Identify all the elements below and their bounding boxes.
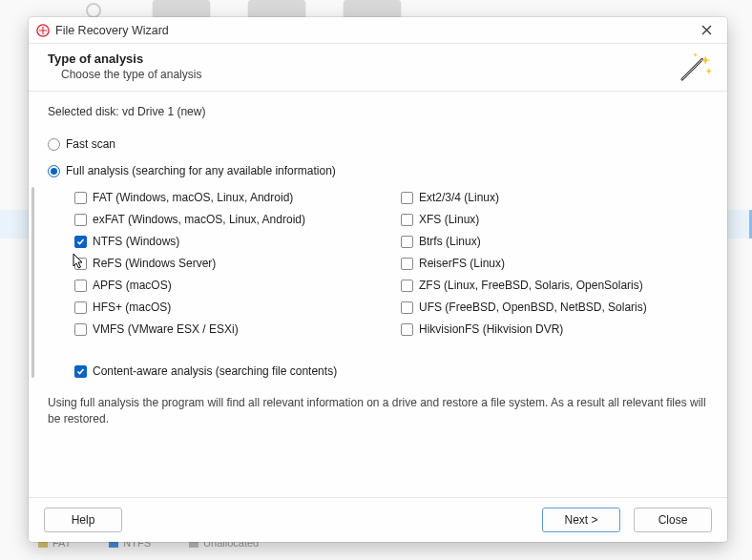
checkbox-label: UFS (FreeBSD, OpenBSD, NetBSD, Solaris) <box>419 301 647 314</box>
scroll-indicator[interactable] <box>31 187 34 378</box>
checkbox-label: APFS (macOS) <box>93 279 172 292</box>
filesystem-grid: FAT (Windows, macOS, Linux, Android) Ext… <box>74 191 708 336</box>
checkbox-apfs[interactable]: APFS (macOS) <box>74 279 382 292</box>
checkbox-icon <box>74 301 87 314</box>
checkbox-label: Ext2/3/4 (Linux) <box>419 191 499 204</box>
selected-disk-label: Selected disk: vd Drive 1 (new) <box>48 105 708 118</box>
page-subtitle: Choose the type of analysis <box>61 68 708 81</box>
checkbox-icon <box>401 280 413 292</box>
checkbox-icon <box>401 192 413 204</box>
radio-label: Full analysis (searching for any availab… <box>66 164 336 177</box>
checkbox-icon <box>401 258 413 270</box>
checkbox-label: ReiserFS (Linux) <box>419 257 505 270</box>
window-title: File Recovery Wizard <box>55 24 169 37</box>
checkbox-label: FAT (Windows, macOS, Linux, Android) <box>93 191 293 204</box>
page-title: Type of analysis <box>48 52 708 66</box>
dialog-footer: Help Next > Close <box>29 497 727 542</box>
checkbox-icon <box>74 258 87 270</box>
bg-disks <box>153 0 401 17</box>
checkbox-icon <box>74 236 87 248</box>
checkbox-label: XFS (Linux) <box>419 213 479 226</box>
checkbox-label: ReFS (Windows Server) <box>93 257 216 270</box>
hint-text: Using full analysis the program will fin… <box>48 395 708 427</box>
radio-fast-scan[interactable]: Fast scan <box>48 137 708 151</box>
checkbox-vmfs[interactable]: VMFS (VMware ESX / ESXi) <box>74 322 382 336</box>
checkbox-icon <box>401 214 413 226</box>
help-button[interactable]: Help <box>44 508 122 532</box>
checkbox-hikvisionfs[interactable]: HikvisionFS (Hikvision DVR) <box>401 322 708 336</box>
app-icon <box>36 24 50 37</box>
close-icon <box>701 25 712 35</box>
radio-label: Fast scan <box>66 137 115 151</box>
checkbox-label: HFS+ (macOS) <box>93 301 171 314</box>
checkbox-icon <box>74 214 87 226</box>
radio-icon <box>48 138 60 151</box>
checkbox-icon <box>74 365 87 378</box>
close-button[interactable]: Close <box>634 508 712 532</box>
checkbox-icon <box>74 323 87 336</box>
titlebar: File Recovery Wizard <box>29 17 727 44</box>
wizard-wand-icon <box>674 48 714 88</box>
radio-icon <box>48 165 60 177</box>
checkbox-xfs[interactable]: XFS (Linux) <box>401 213 708 226</box>
checkbox-label: ZFS (Linux, FreeBSD, Solaris, OpenSolari… <box>419 279 643 292</box>
checkbox-zfs[interactable]: ZFS (Linux, FreeBSD, Solaris, OpenSolari… <box>401 279 708 292</box>
checkbox-icon <box>401 301 413 314</box>
checkbox-refs[interactable]: ReFS (Windows Server) <box>74 257 382 270</box>
next-button[interactable]: Next > <box>542 508 620 532</box>
checkbox-label: HikvisionFS (Hikvision DVR) <box>419 322 563 336</box>
checkbox-label: Btrfs (Linux) <box>419 235 481 248</box>
close-window-button[interactable] <box>693 20 720 41</box>
bg-circle-icon <box>86 3 101 18</box>
radio-full-analysis[interactable]: Full analysis (searching for any availab… <box>48 164 708 177</box>
dialog-header: Type of analysis Choose the type of anal… <box>29 44 727 92</box>
checkbox-fat[interactable]: FAT (Windows, macOS, Linux, Android) <box>74 191 382 204</box>
checkbox-ntfs[interactable]: NTFS (Windows) <box>74 235 382 248</box>
checkbox-ext[interactable]: Ext2/3/4 (Linux) <box>401 191 708 204</box>
checkbox-icon <box>74 192 87 204</box>
checkbox-label: NTFS (Windows) <box>93 235 179 248</box>
checkbox-label: VMFS (VMware ESX / ESXi) <box>93 322 239 336</box>
checkbox-icon <box>401 236 413 248</box>
checkbox-btrfs[interactable]: Btrfs (Linux) <box>401 235 708 248</box>
dialog-body: Selected disk: vd Drive 1 (new) Fast sca… <box>29 92 727 497</box>
checkbox-label: Content-aware analysis (searching file c… <box>93 364 337 378</box>
checkbox-label: exFAT (Windows, macOS, Linux, Android) <box>93 213 305 226</box>
checkbox-exfat[interactable]: exFAT (Windows, macOS, Linux, Android) <box>74 213 382 226</box>
checkbox-content-aware[interactable]: Content-aware analysis (searching file c… <box>74 364 708 378</box>
checkbox-icon <box>401 323 413 336</box>
file-recovery-wizard-dialog: File Recovery Wizard Type of analysis Ch… <box>29 17 727 542</box>
checkbox-icon <box>74 280 87 292</box>
checkbox-reiserfs[interactable]: ReiserFS (Linux) <box>401 257 708 270</box>
checkbox-ufs[interactable]: UFS (FreeBSD, OpenBSD, NetBSD, Solaris) <box>401 301 708 314</box>
checkbox-hfs[interactable]: HFS+ (macOS) <box>74 301 382 314</box>
